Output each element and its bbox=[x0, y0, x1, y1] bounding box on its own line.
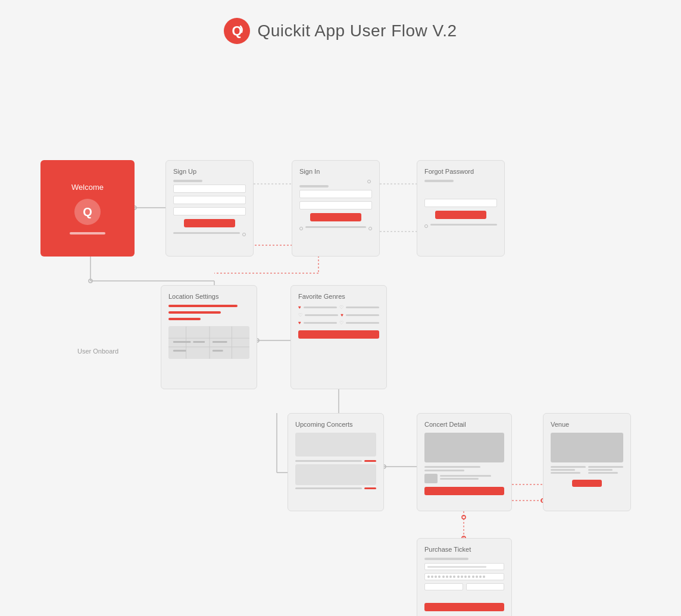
dot bbox=[472, 576, 474, 578]
spacer bbox=[424, 593, 504, 599]
purchase-input-cvv[interactable] bbox=[466, 583, 505, 590]
dot bbox=[431, 576, 433, 578]
signin-button[interactable] bbox=[310, 213, 361, 221]
concert-title: Concert Detail bbox=[424, 421, 504, 428]
signup-input-2[interactable] bbox=[173, 196, 246, 204]
signup-input-1[interactable] bbox=[173, 185, 246, 193]
svg-rect-45 bbox=[213, 341, 227, 343]
venue-title: Venue bbox=[551, 421, 623, 428]
svg-text:Q: Q bbox=[83, 205, 92, 218]
connector-dot bbox=[299, 227, 303, 230]
bar bbox=[295, 487, 362, 489]
purchase-row bbox=[424, 583, 504, 590]
ui-bar bbox=[588, 472, 618, 474]
dot-group bbox=[457, 576, 470, 578]
genre-bar bbox=[346, 307, 379, 308]
dot bbox=[479, 576, 482, 578]
ui-bar bbox=[430, 224, 497, 226]
genres-button[interactable] bbox=[298, 330, 379, 339]
dot bbox=[427, 576, 430, 578]
header-title: Quickit App User Flow V.2 bbox=[257, 21, 457, 40]
genre-item: ♡ ♥ bbox=[298, 312, 379, 318]
forgot-title: Forgot Password bbox=[424, 168, 497, 175]
card-dots bbox=[425, 574, 504, 580]
venue-two-col bbox=[551, 466, 623, 476]
spacer bbox=[424, 185, 497, 199]
screen-venue: Venue bbox=[543, 413, 631, 511]
svg-rect-46 bbox=[213, 350, 223, 352]
ui-bar bbox=[440, 478, 479, 480]
flow-canvas: Welcome Q Sign Up Sign In bbox=[0, 56, 681, 592]
venue-button[interactable] bbox=[572, 480, 602, 487]
ui-bar-red bbox=[168, 318, 201, 320]
dot bbox=[464, 576, 467, 578]
ui-bar bbox=[551, 472, 580, 474]
welcome-bar bbox=[70, 232, 105, 234]
svg-rect-42 bbox=[173, 341, 191, 343]
dot-group bbox=[442, 576, 455, 578]
screen-purchase: Purchase Ticket bbox=[417, 538, 512, 616]
ui-bar bbox=[424, 470, 464, 471]
connector-dot bbox=[242, 233, 246, 236]
welcome-logo-icon: Q bbox=[74, 199, 101, 225]
connector-dot bbox=[424, 224, 428, 228]
screen-forgot: Forgot Password bbox=[417, 160, 505, 257]
concert-footer-row bbox=[295, 487, 376, 489]
ui-bar bbox=[424, 180, 454, 182]
screen-location: Location Settings bbox=[161, 285, 257, 389]
map-svg bbox=[168, 326, 249, 359]
map-box bbox=[168, 326, 249, 359]
heart-empty-icon: ♡ bbox=[339, 320, 343, 326]
header: Q Quickit App User Flow V.2 bbox=[0, 0, 681, 56]
bar-red bbox=[364, 487, 376, 489]
detail-row bbox=[424, 474, 504, 483]
genres-title: Favorite Genres bbox=[298, 293, 379, 300]
heart-empty-icon: ♡ bbox=[298, 312, 302, 318]
connector-dot bbox=[367, 180, 371, 183]
ui-bar bbox=[173, 232, 240, 234]
genre-item: ♥ ♡ bbox=[298, 305, 379, 310]
dot-group bbox=[472, 576, 485, 578]
purchase-bar bbox=[424, 558, 468, 560]
venue-button-area bbox=[551, 480, 623, 487]
heart-icon: ♥ bbox=[298, 305, 301, 310]
dot bbox=[449, 576, 452, 578]
svg-text:Q: Q bbox=[232, 23, 242, 38]
screen-upcoming: Upcoming Concerts bbox=[288, 413, 384, 511]
heart-icon: ♥ bbox=[298, 320, 301, 326]
ui-bar bbox=[551, 466, 586, 468]
screen-welcome: Welcome Q bbox=[40, 160, 135, 257]
venue-col-1 bbox=[551, 466, 586, 476]
concert-card-1 bbox=[295, 433, 376, 456]
ui-bar bbox=[588, 469, 613, 471]
upcoming-title: Upcoming Concerts bbox=[295, 421, 376, 428]
purchase-button[interactable] bbox=[424, 603, 504, 611]
dot bbox=[483, 576, 485, 578]
purchase-input-expiry[interactable] bbox=[424, 583, 463, 590]
purchase-input-name[interactable] bbox=[424, 563, 504, 570]
concert-button[interactable] bbox=[424, 487, 504, 495]
forgot-input[interactable] bbox=[424, 199, 497, 207]
dot bbox=[442, 576, 445, 578]
forgot-button[interactable] bbox=[435, 211, 486, 219]
bar bbox=[295, 460, 362, 462]
genre-bar bbox=[304, 322, 337, 324]
ui-bar bbox=[299, 185, 329, 187]
heart-empty-icon: ♡ bbox=[339, 305, 343, 310]
signin-input-1[interactable] bbox=[299, 190, 372, 198]
heart-icon: ♥ bbox=[340, 312, 343, 318]
screen-signup: Sign Up bbox=[165, 160, 254, 257]
dot bbox=[435, 576, 437, 578]
signup-button[interactable] bbox=[184, 219, 235, 227]
purchase-title: Purchase Ticket bbox=[424, 546, 504, 553]
purchase-input-card[interactable] bbox=[424, 573, 504, 580]
dot bbox=[446, 576, 448, 578]
concert-footer-row bbox=[295, 460, 376, 462]
signup-input-3[interactable] bbox=[173, 207, 246, 215]
ui-bar bbox=[173, 180, 202, 182]
label-user-onboard: User Onboard bbox=[77, 348, 118, 355]
venue-image bbox=[551, 433, 623, 462]
dot-group bbox=[427, 576, 441, 578]
genre-bar bbox=[346, 314, 379, 316]
signin-input-2[interactable] bbox=[299, 201, 372, 209]
